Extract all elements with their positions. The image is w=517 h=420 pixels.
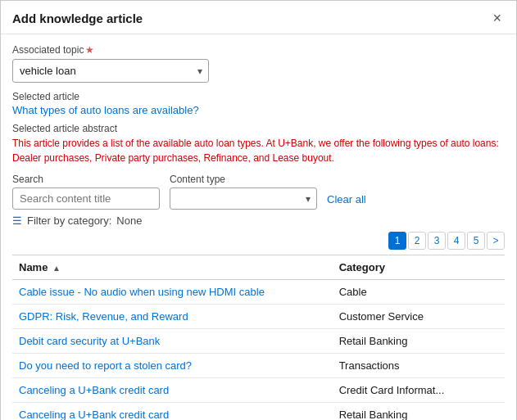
article-name-cell: Canceling a U+Bank credit card <box>12 378 333 403</box>
search-content-row: Search Content type ▾ Clear all <box>12 174 505 210</box>
article-table-container: Name ▲ Category Cable issue - No audio w… <box>12 255 505 420</box>
table-header-row: Name ▲ Category <box>12 255 505 280</box>
topic-select-wrapper: vehicle loan ▾ <box>12 59 209 83</box>
content-type-select-wrapper: ▾ <box>170 187 317 210</box>
article-name-link[interactable]: Do you need to report a stolen card? <box>19 359 192 372</box>
modal-body: Associated topic★ vehicle loan ▾ Selecte… <box>1 34 516 420</box>
article-category-cell: Retail Banking <box>333 403 505 421</box>
sort-icon: ▲ <box>52 264 61 273</box>
content-type-group: Content type ▾ <box>170 174 317 210</box>
article-category-cell: Cable <box>333 280 505 305</box>
filter-row: ☰ Filter by category: None <box>12 215 505 227</box>
col-header-category[interactable]: Category <box>333 255 505 280</box>
page-button-1[interactable]: 1 <box>388 232 406 250</box>
page-button-2[interactable]: 2 <box>408 232 426 250</box>
filter-none-value: None <box>116 215 142 227</box>
article-category-cell: Customer Service <box>333 305 505 329</box>
article-name-link[interactable]: Canceling a U+Bank credit card <box>19 384 169 396</box>
filter-icon: ☰ <box>12 215 22 227</box>
required-indicator: ★ <box>85 44 94 56</box>
page-button-3[interactable]: 3 <box>428 232 446 250</box>
associated-topic-label: Associated topic★ <box>12 44 505 56</box>
search-label: Search <box>12 174 160 185</box>
article-category-cell: Transactions <box>333 354 505 378</box>
page-button-4[interactable]: 4 <box>447 232 465 250</box>
table-row[interactable]: Debit card security at U+BankRetail Bank… <box>12 329 505 354</box>
article-name-cell: Do you need to report a stolen card? <box>12 354 333 378</box>
selected-abstract-label: Selected article abstract <box>12 123 505 134</box>
article-name-cell: GDPR: Risk, Revenue, and Reward <box>12 305 333 329</box>
article-name-cell: Cable issue - No audio when using new HD… <box>12 280 333 305</box>
article-name-cell: Canceling a U+Bank credit card <box>12 403 333 421</box>
article-name-link[interactable]: Debit card security at U+Bank <box>19 335 160 347</box>
modal-title: Add knowledge article <box>12 11 143 25</box>
selected-article-value: What types of auto loans are available? <box>12 104 505 116</box>
search-group: Search <box>12 174 160 210</box>
table-row[interactable]: Do you need to report a stolen card?Tran… <box>12 354 505 378</box>
article-table: Name ▲ Category Cable issue - No audio w… <box>12 255 505 420</box>
search-input[interactable] <box>12 187 160 210</box>
table-row[interactable]: GDPR: Risk, Revenue, and RewardCustomer … <box>12 305 505 329</box>
article-category-cell: Credit Card Informat... <box>333 378 505 403</box>
selected-abstract-value: This article provides a list of the avai… <box>12 136 505 165</box>
modal-header: Add knowledge article × <box>1 1 516 34</box>
topic-select[interactable]: vehicle loan <box>12 59 209 83</box>
content-type-label: Content type <box>170 174 317 185</box>
close-button[interactable]: × <box>489 9 505 27</box>
article-category-cell: Retail Banking <box>333 329 505 354</box>
clear-all-button[interactable]: Clear all <box>327 193 366 210</box>
selected-article-label: Selected article <box>12 91 505 102</box>
page-next-button[interactable]: > <box>487 232 505 250</box>
col-header-name[interactable]: Name ▲ <box>12 255 333 280</box>
article-name-link[interactable]: GDPR: Risk, Revenue, and Reward <box>19 310 188 323</box>
article-name-link[interactable]: Canceling a U+Bank credit card <box>19 409 169 420</box>
article-table-body: Cable issue - No audio when using new HD… <box>12 280 505 421</box>
table-row[interactable]: Cable issue - No audio when using new HD… <box>12 280 505 305</box>
table-row[interactable]: Canceling a U+Bank credit cardRetail Ban… <box>12 403 505 421</box>
add-knowledge-article-modal: Add knowledge article × Associated topic… <box>0 0 517 420</box>
pagination-row: 1 2 3 4 5 > <box>12 232 505 250</box>
content-type-select[interactable] <box>170 187 317 210</box>
article-name-link[interactable]: Cable issue - No audio when using new HD… <box>19 286 265 298</box>
article-name-cell: Debit card security at U+Bank <box>12 329 333 354</box>
page-button-5[interactable]: 5 <box>467 232 485 250</box>
table-row[interactable]: Canceling a U+Bank credit cardCredit Car… <box>12 378 505 403</box>
filter-by-category-label: Filter by category: <box>27 215 111 227</box>
